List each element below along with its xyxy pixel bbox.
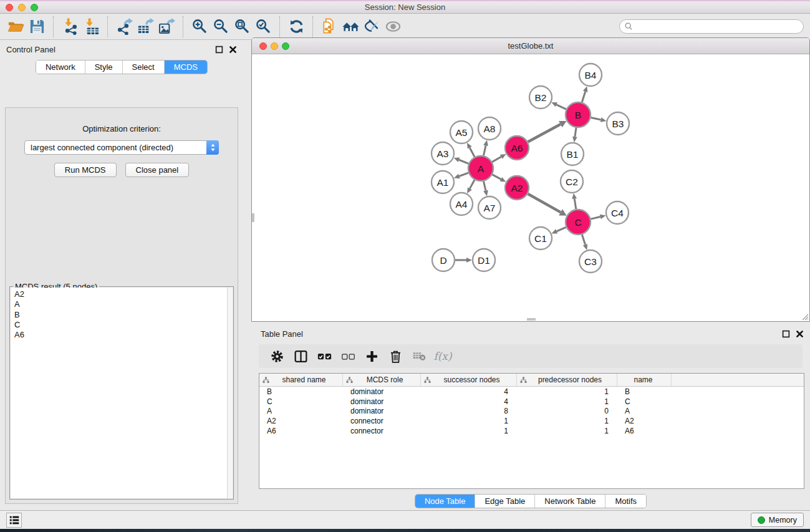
node-A5[interactable]: A5	[450, 121, 473, 143]
tab-mcds[interactable]: MCDS	[165, 60, 207, 74]
result-item[interactable]: A2	[11, 289, 233, 299]
memory-button[interactable]: Memory	[751, 513, 804, 527]
table-cell[interactable]: A6	[617, 427, 672, 435]
table-cell[interactable]: C	[617, 397, 672, 406]
node-C3[interactable]: C3	[579, 250, 602, 273]
table-settings-icon[interactable]	[265, 346, 289, 366]
column-visibility-icon[interactable]	[289, 346, 312, 366]
result-scrollbar[interactable]	[227, 288, 233, 498]
node-A2[interactable]: A2	[505, 176, 529, 200]
task-history-button[interactable]	[6, 513, 22, 528]
table-cell[interactable]: 1	[517, 387, 617, 396]
edge-B-B1[interactable]	[572, 128, 577, 142]
node-C4[interactable]: C4	[606, 201, 629, 224]
search-input[interactable]	[619, 19, 804, 34]
criterion-dropdown[interactable]: largest connected component (directed)	[24, 140, 219, 155]
close-table-panel-icon[interactable]	[796, 330, 804, 338]
mcds-result-list[interactable]: A2ABCA6	[11, 288, 233, 498]
edge-B-B4[interactable]	[582, 86, 587, 102]
result-item[interactable]: C	[11, 320, 233, 330]
node-A8[interactable]: A8	[478, 117, 501, 140]
edge-B-B2[interactable]	[551, 102, 566, 109]
edge-D-D1[interactable]	[455, 258, 472, 263]
table-tab-node-table[interactable]: Node Table	[415, 495, 476, 508]
network-window-titlebar[interactable]: testGlobe.txt	[252, 38, 809, 54]
edge-B-B3[interactable]	[591, 117, 607, 122]
column-header-successor-nodes[interactable]: successor nodes	[421, 374, 517, 386]
table-cell[interactable]: B	[617, 387, 672, 396]
result-item[interactable]: A6	[11, 330, 233, 340]
node-B3[interactable]: B3	[607, 112, 629, 135]
table-cell[interactable]: A2	[259, 417, 343, 425]
table-cell[interactable]: 1	[517, 397, 617, 406]
edge-A-A4[interactable]	[467, 180, 475, 193]
edge-A6-B[interactable]	[528, 121, 567, 142]
node-D[interactable]: D	[432, 249, 455, 271]
result-item[interactable]: A	[11, 299, 233, 309]
edge-A-A7[interactable]	[483, 181, 488, 196]
float-panel-icon[interactable]	[215, 46, 223, 54]
table-row[interactable]: Cdominator41C	[259, 397, 804, 407]
table-cell[interactable]: 1	[517, 427, 617, 435]
node-B2[interactable]: B2	[529, 86, 552, 109]
table-tab-edge-table[interactable]: Edge Table	[475, 495, 535, 508]
zoom-fit-icon[interactable]	[231, 17, 253, 37]
table-cell[interactable]: 8	[421, 407, 517, 415]
column-header-shared-name[interactable]: shared name	[259, 374, 343, 386]
table-row[interactable]: A6connector11A6	[259, 426, 804, 436]
run-mcds-button[interactable]: Run MCDS	[54, 163, 117, 177]
import-network-icon[interactable]	[59, 17, 80, 37]
table-cell[interactable]: connector	[343, 427, 421, 435]
table-cell[interactable]: C	[259, 397, 343, 406]
edge-C-C3[interactable]	[582, 235, 587, 250]
refresh-layout-icon[interactable]	[286, 17, 307, 37]
export-image-icon[interactable]	[156, 17, 177, 37]
node-B1[interactable]: B1	[561, 143, 584, 165]
canvas-horizontal-scroll[interactable]	[527, 318, 536, 321]
table-cell[interactable]: 4	[421, 397, 517, 406]
zoom-selected-icon[interactable]	[253, 17, 274, 37]
canvas-vertical-scroll[interactable]	[252, 213, 254, 222]
column-header-MCDS-role[interactable]: MCDS role	[343, 374, 421, 386]
network-canvas[interactable]: B4B2BB3B1A6A8A5A3AA1A2C2A4A7CC4C1C3DD1	[252, 54, 809, 321]
deselect-all-icon[interactable]	[336, 346, 360, 366]
node-A6[interactable]: A6	[505, 136, 529, 160]
table-tab-motifs[interactable]: Motifs	[605, 495, 646, 508]
export-table-icon[interactable]	[135, 17, 156, 37]
node-C2[interactable]: C2	[561, 170, 583, 193]
table-cell[interactable]: A	[259, 407, 343, 415]
node-D1[interactable]: D1	[473, 249, 495, 271]
table-cell[interactable]: B	[259, 387, 343, 396]
zoom-out-icon[interactable]	[210, 17, 231, 37]
add-column-icon[interactable]	[360, 346, 383, 366]
table-cell[interactable]: 0	[517, 407, 617, 415]
open-session-icon[interactable]	[5, 17, 26, 37]
node-B[interactable]: B	[566, 102, 591, 127]
edge-C-C1[interactable]	[551, 227, 566, 233]
table-cell[interactable]: dominator	[343, 387, 421, 396]
window-resize-grip[interactable]	[800, 312, 809, 321]
table-row[interactable]: A2connector11A2	[259, 416, 804, 426]
table-cell[interactable]: 1	[421, 427, 517, 435]
import-table-icon[interactable]	[80, 17, 102, 37]
table-row[interactable]: Adominator80A	[259, 407, 804, 417]
table-cell[interactable]: A2	[617, 417, 672, 425]
node-B4[interactable]: B4	[579, 64, 602, 86]
edge-A2-C[interactable]	[528, 194, 566, 216]
node-C1[interactable]: C1	[529, 227, 552, 249]
tab-select[interactable]: Select	[123, 60, 165, 74]
node-A[interactable]: A	[468, 156, 493, 181]
edge-A-A2[interactable]	[493, 175, 506, 182]
edge-A-A1[interactable]	[454, 173, 468, 178]
edge-A-A3[interactable]	[454, 158, 469, 164]
table-cell[interactable]: dominator	[343, 397, 421, 406]
export-network-icon[interactable]	[113, 17, 135, 37]
table-tab-network-table[interactable]: Network Table	[535, 495, 605, 508]
graphics-details-icon[interactable]	[382, 17, 403, 37]
table-cell[interactable]: dominator	[343, 407, 421, 415]
table-cell[interactable]: 1	[421, 417, 517, 425]
node-A1[interactable]: A1	[432, 171, 454, 193]
edge-A-A8[interactable]	[483, 140, 488, 156]
table-cell[interactable]: 1	[517, 417, 617, 425]
delete-column-icon[interactable]	[383, 346, 407, 366]
